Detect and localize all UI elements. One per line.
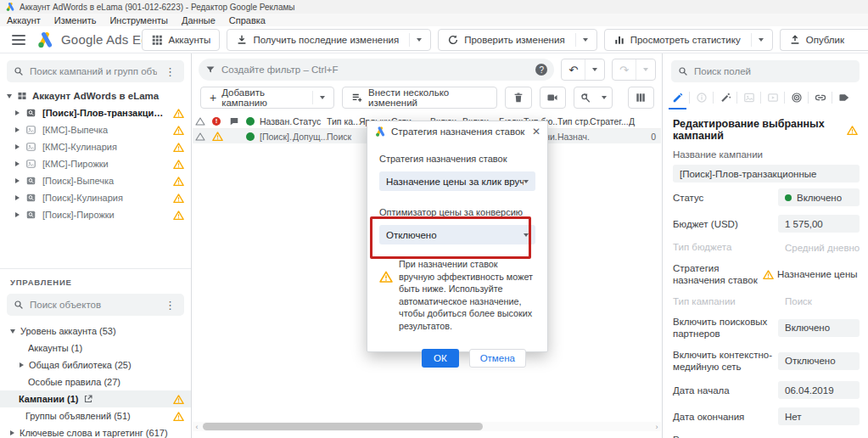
start-date-input[interactable]: 06.04.2019 xyxy=(778,381,860,399)
tab-edit[interactable] xyxy=(666,86,689,110)
bulk-edit-button[interactable]: Внести несколько изменений xyxy=(342,87,497,109)
menu-help[interactable]: Справка xyxy=(229,15,266,25)
collapse-icon[interactable] xyxy=(7,94,12,98)
column-header[interactable]: Тип ка... xyxy=(327,116,359,126)
field-search-input[interactable] xyxy=(694,66,853,76)
warning-column-icon[interactable] xyxy=(195,116,212,126)
expand-icon[interactable] xyxy=(15,195,20,200)
accounts-button[interactable]: Аккаунты xyxy=(142,29,220,51)
publish-button[interactable]: Опублик xyxy=(780,29,868,51)
check-changes-button[interactable]: Проверить изменения xyxy=(438,29,596,51)
undo-history-dropdown[interactable] xyxy=(585,59,604,80)
tab-images[interactable] xyxy=(737,86,760,110)
tree-item-campaign[interactable]: [Поиск]-Плов-транзакционные xyxy=(0,104,191,121)
end-date-input[interactable]: Нет xyxy=(778,407,860,425)
budget-input[interactable]: 1 575,00 xyxy=(778,215,860,233)
expand-icon[interactable] xyxy=(15,144,20,149)
status-column-icon[interactable] xyxy=(246,117,260,126)
tree-item-campaign[interactable]: [КМС]-Пирожки xyxy=(0,155,191,172)
mgmt-item-keywords-targeting[interactable]: Ключевые слова и таргетинг (617) xyxy=(0,424,191,438)
mgmt-item-campaigns[interactable]: Кампании (1) xyxy=(0,390,191,407)
more-options-icon[interactable]: ⋮ xyxy=(163,66,177,77)
tree-item-campaign[interactable]: [Поиск]-Кулинария xyxy=(0,189,191,206)
mgmt-item-custom-rules[interactable]: Особые правила (27) xyxy=(0,373,191,390)
scroll-left-icon[interactable]: ‹ xyxy=(193,423,201,431)
field-search[interactable] xyxy=(671,60,860,82)
tab-targeting[interactable] xyxy=(785,86,808,110)
video-button[interactable] xyxy=(540,87,566,109)
campaign-name-input[interactable]: [Поиск]-Плов-транзакционные xyxy=(673,165,860,182)
column-header[interactable]: Тип стр... xyxy=(557,116,590,126)
scrollbar-thumb[interactable] xyxy=(203,423,483,430)
delete-button[interactable] xyxy=(505,87,531,109)
redo-history-dropdown[interactable] xyxy=(636,59,655,80)
redo-button[interactable]: ↷ xyxy=(613,59,636,80)
chevron-down-icon[interactable] xyxy=(320,96,325,99)
collapse-icon[interactable] xyxy=(10,329,15,334)
mgmt-item-shared-library[interactable]: Общая библиотека (25) xyxy=(0,357,191,373)
chevron-down-icon[interactable] xyxy=(417,38,422,42)
external-link-icon[interactable] xyxy=(83,394,93,404)
campaign-search-input[interactable] xyxy=(30,66,157,76)
tree-item-campaign[interactable]: [Поиск]-Пирожки xyxy=(0,206,191,223)
horizontal-scrollbar[interactable]: ‹ › xyxy=(193,422,661,431)
add-campaign-button[interactable]: + Добавить кампанию xyxy=(200,87,334,109)
expand-icon[interactable] xyxy=(10,430,14,435)
tab-videos[interactable] xyxy=(761,86,784,110)
view-statistics-button[interactable]: Просмотреть статистику xyxy=(604,29,773,51)
column-header[interactable]: Статус xyxy=(293,116,327,126)
help-icon[interactable]: ? xyxy=(535,64,547,76)
search-campaign-icon xyxy=(25,176,37,186)
menu-account[interactable]: Аккаунт xyxy=(7,15,41,25)
status-select[interactable]: Включено xyxy=(778,188,860,206)
expand-icon[interactable] xyxy=(15,110,20,115)
tree-item-campaign[interactable]: [Поиск]-Выпечка xyxy=(0,172,191,189)
expand-icon[interactable] xyxy=(15,127,20,132)
column-header[interactable]: Стратег... xyxy=(590,116,629,126)
menu-data[interactable]: Данные xyxy=(182,15,216,25)
tree-item-campaign[interactable]: [КМС]-Выпечка xyxy=(0,121,191,138)
get-recent-changes-button[interactable]: Получить последние изменения xyxy=(227,29,431,51)
object-search[interactable]: ⋮ xyxy=(7,294,184,316)
tree-item-campaign[interactable]: [КМС]-Кулинария xyxy=(0,138,191,155)
mgmt-item-account-level[interactable]: Уровень аккаунта (53) xyxy=(0,323,191,340)
expand-icon[interactable] xyxy=(15,161,20,166)
chevron-down-icon[interactable] xyxy=(759,38,764,42)
column-header[interactable]: Назван... xyxy=(260,116,293,126)
cancel-button[interactable]: Отмена xyxy=(469,349,526,368)
hamburger-menu-icon[interactable] xyxy=(12,35,25,45)
error-column-icon[interactable]: ! xyxy=(212,117,229,126)
undo-button[interactable]: ↶ xyxy=(562,59,585,80)
mgmt-item-accounts[interactable]: Аккаунты (1) xyxy=(0,340,191,357)
conversion-optimizer-select[interactable]: Отключено xyxy=(379,225,535,244)
tab-labels[interactable] xyxy=(832,86,855,110)
chevron-down-icon[interactable] xyxy=(583,38,588,42)
expand-icon[interactable] xyxy=(15,212,20,217)
expand-icon[interactable] xyxy=(15,178,20,183)
tab-recommendations[interactable] xyxy=(714,86,736,110)
mgmt-item-ad-groups[interactable]: Группы объявлений (51) xyxy=(0,407,191,424)
filter-bar[interactable]: ? xyxy=(199,59,554,81)
columns-button[interactable] xyxy=(628,87,654,109)
ok-button[interactable]: ОК xyxy=(422,349,459,368)
more-options-icon[interactable]: ⋮ xyxy=(163,300,177,311)
bid-strategy-value[interactable]: Назначение цены за кл... xyxy=(777,269,860,279)
tree-item-account[interactable]: Аккаунт AdWords в eLama xyxy=(0,87,191,104)
campaign-search[interactable]: ⋮ xyxy=(7,60,184,82)
filter-input[interactable] xyxy=(221,65,529,75)
menu-tools[interactable]: Инструменты xyxy=(109,15,168,25)
expand-icon[interactable] xyxy=(20,362,24,368)
column-header[interactable]: Д xyxy=(629,116,661,126)
tab-info[interactable] xyxy=(690,86,713,110)
menu-edit[interactable]: Изменить xyxy=(54,15,97,25)
tab-links[interactable] xyxy=(809,86,832,110)
display-network-select[interactable]: Отключено xyxy=(778,352,860,370)
find-replace-button[interactable] xyxy=(574,87,613,109)
object-search-input[interactable] xyxy=(30,300,157,310)
search-partners-select[interactable]: Включено xyxy=(778,319,860,337)
bid-strategy-select[interactable]: Назначение цены за клик вручную xyxy=(379,171,535,191)
comment-column-icon[interactable] xyxy=(229,116,246,126)
close-icon[interactable]: ✕ xyxy=(532,126,540,138)
chevron-down-icon[interactable] xyxy=(602,96,607,99)
scroll-right-icon[interactable]: › xyxy=(652,423,661,431)
